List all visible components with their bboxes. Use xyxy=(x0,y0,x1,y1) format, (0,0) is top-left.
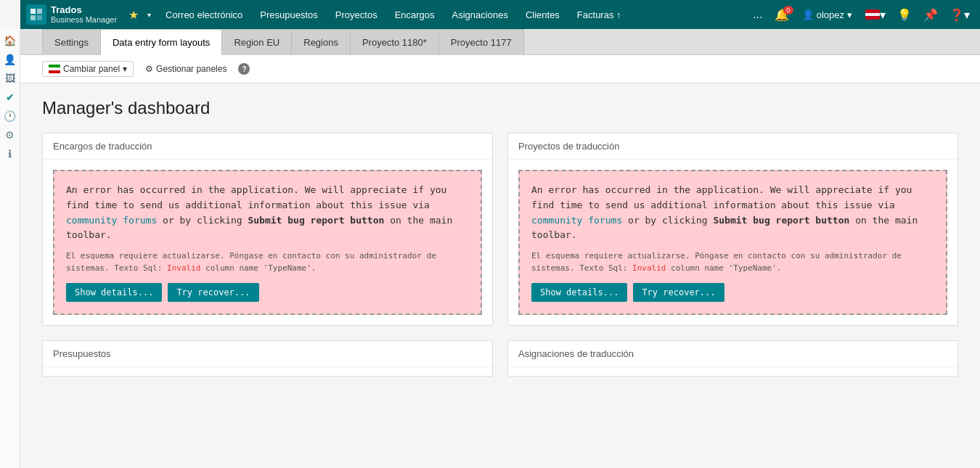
notification-badge: 0 xyxy=(783,6,793,15)
encargos-panel-body: An error has occurred in the application… xyxy=(43,160,492,325)
manage-help-icon[interactable]: ? xyxy=(238,63,250,75)
encargos-error-box: An error has occurred in the application… xyxy=(53,170,482,315)
nav-email[interactable]: Correo electrónico xyxy=(157,0,251,29)
app-logo: Trados Business Manager xyxy=(26,4,117,25)
svg-rect-2 xyxy=(30,15,36,20)
proyectos-error-box: An error has occurred in the application… xyxy=(518,170,947,315)
brightness-icon[interactable]: 💡 xyxy=(893,5,916,25)
logo-icon xyxy=(26,4,46,25)
dashboard-grid: Encargos de traducción An error has occu… xyxy=(42,133,958,377)
encargos-error-sub: El esquema requiere actualizarse. Póngas… xyxy=(66,250,469,274)
sidebar-icon-home[interactable]: 🏠 xyxy=(1,32,19,49)
encargos-try-recover-button[interactable]: Try recover... xyxy=(168,283,258,302)
tab-proyecto-1180[interactable]: Proyecto 1180* xyxy=(351,29,439,55)
help-dropdown-icon: ▾ xyxy=(964,8,970,22)
encargos-error-main: An error has occurred in the application… xyxy=(66,183,469,243)
svg-rect-0 xyxy=(30,9,36,14)
user-menu-button[interactable]: 👤 olopez ▾ xyxy=(796,9,858,20)
encargos-error-actions: Show details... Try recover... xyxy=(66,283,469,302)
tab-settings[interactable]: Settings xyxy=(42,29,101,55)
presupuestos-panel-header: Presupuestos xyxy=(43,341,492,367)
lang-dropdown-icon: ▾ xyxy=(880,8,886,22)
manage-panels-button[interactable]: ⚙ Gestionar paneles xyxy=(142,62,229,76)
sidebar-icon-image[interactable]: 🖼 xyxy=(1,70,19,87)
spain-flag-icon xyxy=(865,9,880,20)
nav-budgets[interactable]: Presupuestos xyxy=(251,0,327,29)
nav-clients[interactable]: Clientes xyxy=(517,0,568,29)
favorites-star-icon[interactable]: ★ xyxy=(126,5,142,25)
favorites-dropdown-icon[interactable]: ▾ xyxy=(144,9,154,20)
proyectos-error-main: An error has occurred in the application… xyxy=(531,183,934,243)
tab-regions[interactable]: Regions xyxy=(292,29,351,55)
language-selector[interactable]: ▾ xyxy=(861,5,890,25)
svg-rect-3 xyxy=(37,15,42,20)
proyectos-error-actions: Show details... Try recover... xyxy=(531,283,934,302)
notification-bell-icon[interactable]: 🔔 0 xyxy=(770,5,793,25)
encargos-community-link[interactable]: community forums xyxy=(66,215,157,226)
topbar-right: ... 🔔 0 👤 olopez ▾ ▾ 💡 📌 ❓▾ xyxy=(748,5,974,25)
tabs-bar: Settings Data entry form layouts Region … xyxy=(20,29,980,55)
more-menu-button[interactable]: ... xyxy=(748,5,767,24)
nav-invoices[interactable]: Facturas ↑ xyxy=(568,0,630,29)
logo-text: Trados Business Manager xyxy=(51,4,117,25)
user-dropdown-icon: ▾ xyxy=(847,9,852,20)
panel-flag-icon xyxy=(49,65,60,73)
svg-rect-1 xyxy=(37,9,42,14)
nav-orders[interactable]: Encargos xyxy=(386,0,444,29)
proyectos-panel-header: Proyectos de traducción xyxy=(508,134,957,160)
tab-proyecto-1177[interactable]: Proyecto 1177 xyxy=(439,29,524,55)
secondary-toolbar: Cambiar panel ▾ ⚙ Gestionar paneles ? xyxy=(20,55,980,83)
content-wrapper: Trados Business Manager ★ ▾ Correo elect… xyxy=(20,0,980,464)
help-icon[interactable]: ❓▾ xyxy=(945,5,974,25)
asignaciones-panel-header: Asignaciones de traducción xyxy=(508,341,957,367)
topbar: Trados Business Manager ★ ▾ Correo elect… xyxy=(20,0,980,29)
sidebar-icon-gear[interactable]: ⚙ xyxy=(1,126,19,144)
encargos-panel: Encargos de traducción An error has occu… xyxy=(42,133,493,326)
nav-projects[interactable]: Proyectos xyxy=(327,0,386,29)
asignaciones-panel: Asignaciones de traducción xyxy=(507,340,958,377)
proyectos-try-recover-button[interactable]: Try recover... xyxy=(633,283,724,302)
proyectos-show-details-button[interactable]: Show details... xyxy=(531,283,627,302)
sidebar-icon-person[interactable]: 👤 xyxy=(1,51,19,68)
tab-region-eu[interactable]: Region EU xyxy=(222,29,292,55)
presupuestos-panel: Presupuestos xyxy=(42,340,493,377)
tab-data-entry[interactable]: Data entry form layouts xyxy=(101,29,222,55)
encargos-panel-header: Encargos de traducción xyxy=(43,134,492,160)
proyectos-community-link[interactable]: community forums xyxy=(531,215,622,226)
top-navigation: Correo electrónico Presupuestos Proyecto… xyxy=(157,0,746,29)
main-content: Manager's dashboard Encargos de traducci… xyxy=(20,83,980,464)
proyectos-panel-body: An error has occurred in the application… xyxy=(508,160,957,325)
change-panel-button[interactable]: Cambiar panel ▾ xyxy=(42,61,134,77)
sidebar-icon-info[interactable]: ℹ xyxy=(1,145,19,163)
sidebar-icon-clock[interactable]: 🕐 xyxy=(1,107,19,125)
nav-assignments[interactable]: Asignaciones xyxy=(444,0,517,29)
proyectos-error-sub: El esquema requiere actualizarse. Póngas… xyxy=(531,250,934,274)
page-title: Manager's dashboard xyxy=(42,98,958,118)
gear-icon: ⚙ xyxy=(145,64,153,74)
panel-dropdown-icon: ▾ xyxy=(123,64,127,74)
pin-icon[interactable]: 📌 xyxy=(919,5,942,25)
user-avatar-icon: 👤 xyxy=(802,9,814,20)
encargos-show-details-button[interactable]: Show details... xyxy=(66,283,162,302)
sidebar-icon-check[interactable]: ✔ xyxy=(1,89,19,106)
left-sidebar: 🏠 👤 🖼 ✔ 🕐 ⚙ ℹ xyxy=(0,29,20,464)
proyectos-panel: Proyectos de traducción An error has occ… xyxy=(507,133,958,326)
